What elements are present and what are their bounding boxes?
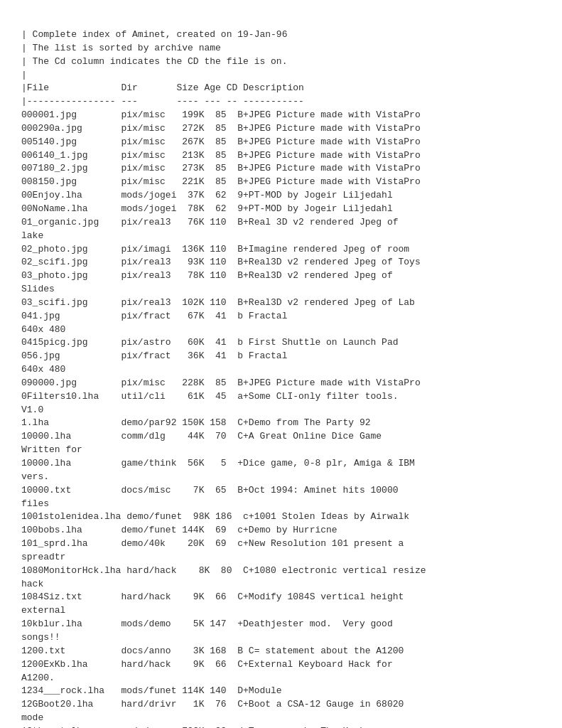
file-listing: | Complete index of Aminet, created on 1…	[21, 28, 541, 728]
